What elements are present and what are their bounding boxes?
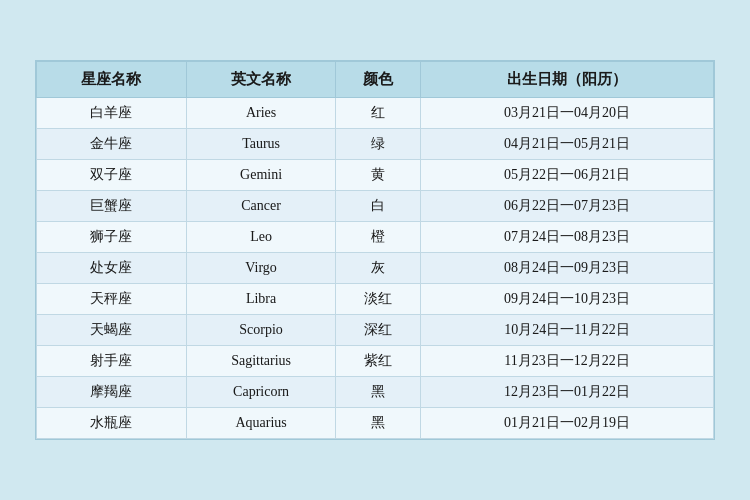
header-en-name: 英文名称: [186, 62, 336, 98]
cell-zh-name: 射手座: [37, 346, 187, 377]
cell-zh-name: 金牛座: [37, 129, 187, 160]
table-row: 处女座Virgo灰08月24日一09月23日: [37, 253, 714, 284]
cell-color: 红: [336, 98, 421, 129]
table-row: 双子座Gemini黄05月22日一06月21日: [37, 160, 714, 191]
cell-date: 03月21日一04月20日: [421, 98, 714, 129]
table-row: 金牛座Taurus绿04月21日一05月21日: [37, 129, 714, 160]
cell-en-name: Taurus: [186, 129, 336, 160]
table-row: 天秤座Libra淡红09月24日一10月23日: [37, 284, 714, 315]
cell-color: 紫红: [336, 346, 421, 377]
cell-date: 06月22日一07月23日: [421, 191, 714, 222]
cell-date: 10月24日一11月22日: [421, 315, 714, 346]
zodiac-table: 星座名称 英文名称 颜色 出生日期（阳历） 白羊座Aries红03月21日一04…: [36, 61, 714, 439]
cell-zh-name: 天蝎座: [37, 315, 187, 346]
cell-color: 黑: [336, 377, 421, 408]
cell-en-name: Sagittarius: [186, 346, 336, 377]
table-row: 摩羯座Capricorn黑12月23日一01月22日: [37, 377, 714, 408]
cell-color: 深红: [336, 315, 421, 346]
cell-zh-name: 狮子座: [37, 222, 187, 253]
header-date: 出生日期（阳历）: [421, 62, 714, 98]
cell-zh-name: 处女座: [37, 253, 187, 284]
cell-date: 11月23日一12月22日: [421, 346, 714, 377]
table-body: 白羊座Aries红03月21日一04月20日金牛座Taurus绿04月21日一0…: [37, 98, 714, 439]
table-header-row: 星座名称 英文名称 颜色 出生日期（阳历）: [37, 62, 714, 98]
cell-date: 07月24日一08月23日: [421, 222, 714, 253]
cell-date: 04月21日一05月21日: [421, 129, 714, 160]
table-row: 白羊座Aries红03月21日一04月20日: [37, 98, 714, 129]
cell-color: 白: [336, 191, 421, 222]
header-color: 颜色: [336, 62, 421, 98]
cell-zh-name: 摩羯座: [37, 377, 187, 408]
cell-color: 黄: [336, 160, 421, 191]
header-zh-name: 星座名称: [37, 62, 187, 98]
cell-color: 淡红: [336, 284, 421, 315]
cell-en-name: Capricorn: [186, 377, 336, 408]
table-row: 狮子座Leo橙07月24日一08月23日: [37, 222, 714, 253]
cell-color: 灰: [336, 253, 421, 284]
cell-en-name: Aquarius: [186, 408, 336, 439]
cell-date: 09月24日一10月23日: [421, 284, 714, 315]
cell-color: 橙: [336, 222, 421, 253]
cell-zh-name: 天秤座: [37, 284, 187, 315]
table-row: 水瓶座Aquarius黑01月21日一02月19日: [37, 408, 714, 439]
cell-date: 12月23日一01月22日: [421, 377, 714, 408]
cell-color: 绿: [336, 129, 421, 160]
cell-zh-name: 水瓶座: [37, 408, 187, 439]
cell-zh-name: 双子座: [37, 160, 187, 191]
cell-en-name: Virgo: [186, 253, 336, 284]
table-row: 巨蟹座Cancer白06月22日一07月23日: [37, 191, 714, 222]
cell-zh-name: 白羊座: [37, 98, 187, 129]
cell-en-name: Gemini: [186, 160, 336, 191]
cell-date: 01月21日一02月19日: [421, 408, 714, 439]
cell-date: 05月22日一06月21日: [421, 160, 714, 191]
cell-en-name: Leo: [186, 222, 336, 253]
table-row: 天蝎座Scorpio深红10月24日一11月22日: [37, 315, 714, 346]
cell-en-name: Cancer: [186, 191, 336, 222]
zodiac-table-container: 星座名称 英文名称 颜色 出生日期（阳历） 白羊座Aries红03月21日一04…: [35, 60, 715, 440]
cell-zh-name: 巨蟹座: [37, 191, 187, 222]
cell-en-name: Scorpio: [186, 315, 336, 346]
cell-en-name: Libra: [186, 284, 336, 315]
cell-en-name: Aries: [186, 98, 336, 129]
cell-color: 黑: [336, 408, 421, 439]
table-row: 射手座Sagittarius紫红11月23日一12月22日: [37, 346, 714, 377]
cell-date: 08月24日一09月23日: [421, 253, 714, 284]
